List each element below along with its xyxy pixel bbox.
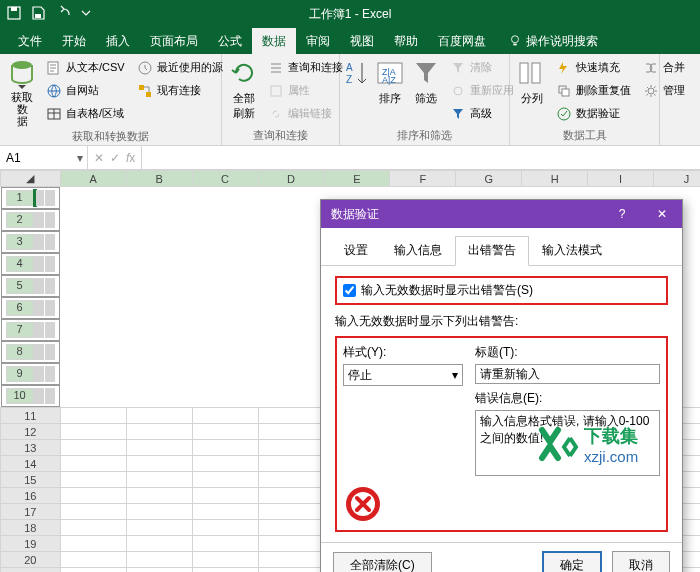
from-web-button[interactable]: 自网站	[42, 80, 129, 101]
dialog-help-button[interactable]: ?	[602, 200, 642, 228]
ok-button[interactable]: 确定	[542, 551, 602, 572]
tab-view[interactable]: 视图	[340, 28, 384, 54]
tab-pagelayout[interactable]: 页面布局	[140, 28, 208, 54]
dialog-tab-input[interactable]: 输入信息	[381, 236, 455, 265]
row-header[interactable]: 7	[6, 322, 34, 338]
style-select[interactable]: 停止 ▾	[343, 364, 463, 386]
tell-me-search[interactable]: 操作说明搜索	[508, 33, 598, 50]
row-header[interactable]: 4	[6, 256, 34, 272]
show-error-checkbox[interactable]: 输入无效数据时显示出错警告(S)	[343, 282, 660, 299]
message-textarea[interactable]: 输入信息格式错误, 请输入0-100之间的数值!	[475, 410, 660, 476]
col-header[interactable]: C	[192, 171, 258, 187]
dialog-tab-settings[interactable]: 设置	[331, 236, 381, 265]
get-data-button[interactable]: 获取数 据	[6, 57, 38, 127]
row-header[interactable]: 6	[6, 300, 34, 316]
save-icon[interactable]	[30, 5, 46, 24]
remove-duplicates-button[interactable]: 删除重复值	[552, 80, 635, 101]
col-header[interactable]: H	[522, 171, 588, 187]
filter-icon	[410, 57, 442, 89]
tab-data[interactable]: 数据	[252, 28, 296, 54]
name-box-value: A1	[6, 151, 21, 165]
existing-connections-button[interactable]: 现有连接	[133, 80, 227, 101]
tab-help[interactable]: 帮助	[384, 28, 428, 54]
col-header[interactable]: A	[60, 171, 126, 187]
row-header[interactable]: 18	[1, 520, 61, 536]
col-header[interactable]: E	[324, 171, 390, 187]
col-header[interactable]: J	[654, 171, 700, 187]
cancel-button[interactable]: 取消	[612, 551, 670, 572]
tab-insert[interactable]: 插入	[96, 28, 140, 54]
flash-fill-button[interactable]: 快速填充	[552, 57, 635, 78]
col-header[interactable]: G	[456, 171, 522, 187]
row-header[interactable]: 19	[1, 536, 61, 552]
chevron-down-icon[interactable]: ▾	[77, 151, 83, 165]
tab-review[interactable]: 审阅	[296, 28, 340, 54]
reapply-button[interactable]: 重新应用	[446, 80, 518, 101]
from-range-button[interactable]: 自表格/区域	[42, 103, 129, 124]
undo-icon[interactable]	[54, 5, 70, 24]
name-box[interactable]: A1 ▾	[0, 146, 88, 169]
text-to-columns-button[interactable]: 分列	[516, 57, 548, 124]
row-header[interactable]: 16	[1, 488, 61, 504]
row-header[interactable]: 21	[1, 568, 61, 573]
svg-point-22	[648, 88, 654, 94]
queries-button[interactable]: 查询和连接	[264, 57, 347, 78]
row-header[interactable]: 2	[6, 212, 34, 228]
row-header[interactable]: 8	[6, 344, 34, 360]
clear-all-button[interactable]: 全部清除(C)	[333, 552, 432, 572]
autosave-icon[interactable]	[6, 5, 22, 24]
merge-icon	[643, 60, 659, 76]
recent-sources-button[interactable]: 最近使用的源	[133, 57, 227, 78]
filter-button[interactable]: 筛选	[410, 57, 442, 124]
col-header[interactable]: B	[126, 171, 192, 187]
tab-home[interactable]: 开始	[52, 28, 96, 54]
data-validation-button[interactable]: 数据验证	[552, 103, 635, 124]
refresh-all-button[interactable]: 全部刷新	[228, 57, 260, 124]
row-header[interactable]: 9	[6, 366, 34, 382]
consolidate-button[interactable]: 合并	[639, 57, 689, 78]
clear-icon	[450, 60, 466, 76]
enter-formula-icon[interactable]: ✓	[110, 151, 120, 165]
dialog-close-button[interactable]: ✕	[642, 200, 682, 228]
col-header[interactable]: F	[390, 171, 456, 187]
show-error-checkbox-input[interactable]	[343, 284, 356, 297]
col-header[interactable]: D	[258, 171, 324, 187]
svg-rect-9	[139, 85, 144, 90]
row-header[interactable]: 5	[6, 278, 34, 294]
row-header[interactable]: 17	[1, 504, 61, 520]
row-header[interactable]: 12	[1, 424, 61, 440]
row-header[interactable]: 1	[6, 190, 34, 206]
properties-button[interactable]: 属性	[264, 80, 347, 101]
tab-formulas[interactable]: 公式	[208, 28, 252, 54]
row-header[interactable]: 10	[6, 388, 34, 404]
row-header[interactable]: 13	[1, 440, 61, 456]
tab-file[interactable]: 文件	[8, 28, 52, 54]
row-header[interactable]: 3	[6, 234, 34, 250]
manage-button[interactable]: 管理	[639, 80, 689, 101]
col-header[interactable]: I	[588, 171, 654, 187]
svg-rect-18	[532, 63, 540, 83]
fx-icon[interactable]: fx	[126, 151, 135, 165]
dialog-titlebar[interactable]: 数据验证 ? ✕	[321, 200, 682, 228]
row-header[interactable]: 14	[1, 456, 61, 472]
title-input[interactable]	[475, 364, 660, 384]
formula-input[interactable]	[142, 146, 700, 169]
edit-links-button[interactable]: 编辑链接	[264, 103, 347, 124]
cancel-formula-icon[interactable]: ✕	[94, 151, 104, 165]
dialog-tab-ime[interactable]: 输入法模式	[529, 236, 615, 265]
tab-baidu[interactable]: 百度网盘	[428, 28, 496, 54]
row-header[interactable]: 15	[1, 472, 61, 488]
sort-az-button[interactable]: AZ	[346, 57, 370, 124]
dialog-tab-error[interactable]: 出错警告	[455, 236, 529, 266]
qat-dropdown-icon[interactable]	[78, 5, 94, 24]
clear-filter-button[interactable]: 清除	[446, 57, 518, 78]
select-all-corner[interactable]: ◢	[1, 171, 61, 187]
row-header[interactable]: 20	[1, 552, 61, 568]
link-icon	[268, 106, 284, 122]
validation-icon	[556, 106, 572, 122]
row-header[interactable]: 11	[1, 408, 61, 424]
from-csv-button[interactable]: 从文本/CSV	[42, 57, 129, 78]
advanced-filter-button[interactable]: 高级	[446, 103, 518, 124]
svg-rect-2	[35, 14, 41, 18]
sort-button[interactable]: Z|AA|Z排序	[374, 57, 406, 124]
